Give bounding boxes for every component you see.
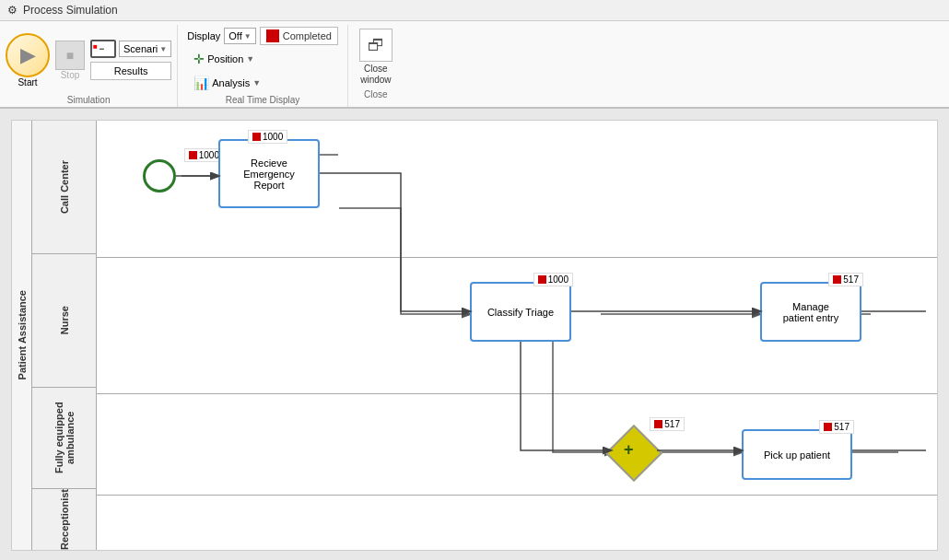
lane-headers: Call Center Nurse Fully equipped ambulan… — [32, 121, 97, 550]
classify-badge-value: 1000 — [548, 274, 568, 285]
start-event-circle — [143, 159, 176, 192]
real-time-display-label: Real Time Display — [187, 95, 338, 105]
close-group: 🗗 Close window Close — [348, 25, 404, 107]
title-bar: ⚙ Process Simulation — [0, 0, 949, 21]
classify-badge-square — [538, 275, 546, 284]
display-label: Display — [187, 30, 220, 41]
manage-badge-square — [833, 275, 841, 284]
nurse-label: Nurse — [59, 306, 70, 334]
call-center-lane-header: Call Center — [32, 121, 96, 254]
process-canvas[interactable]: Patient Assistance Call Center Nurse — [11, 120, 938, 551]
results-button[interactable]: Results — [90, 62, 171, 80]
gateway-badge-square — [654, 420, 662, 428]
start-button[interactable]: ▶ — [6, 33, 50, 77]
nurse-lane-header: Nurse — [32, 254, 96, 388]
cross-icon: ✛ — [193, 52, 205, 66]
start-event-node: 1000 — [143, 159, 176, 192]
stop-button[interactable]: ■ — [55, 41, 85, 70]
stop-label: Stop — [61, 70, 80, 80]
display-row: Display Off Completed — [187, 27, 338, 45]
app-icon: ⚙ — [7, 4, 18, 17]
scenario-results: ■ ━ Scenari Results — [90, 40, 171, 80]
start-badge-square — [189, 151, 197, 159]
manage-badge-value: 517 — [843, 274, 859, 285]
gateway-plus-icon: + — [624, 440, 634, 460]
completed-square-icon — [266, 29, 279, 42]
receive-top-badge-square — [252, 133, 261, 141]
gateway-diamond[interactable] — [605, 425, 662, 482]
stop-button-container: ■ Stop — [55, 41, 85, 80]
app-window: ⚙ Process Simulation ▶ Start ■ Stop — [0, 0, 949, 560]
lanes-container: Call Center Nurse Fully equipped ambulan… — [32, 121, 937, 550]
receive-right-badge — [318, 130, 325, 132]
pickup-badge-value: 517 — [834, 422, 849, 432]
lane-divider-1 — [97, 257, 937, 258]
fully-equipped-lane-header: Fully equipped ambulance — [32, 388, 96, 489]
pickup-badge-square — [824, 423, 832, 431]
receptionist-lane-header: Receptionist — [32, 489, 96, 550]
classify-triage-node[interactable]: Classify Triage 1000 — [470, 282, 571, 342]
manage-patient-entry-label: Managepatient entry — [783, 301, 839, 323]
manage-patient-entry-node[interactable]: Managepatient entry 517 — [760, 282, 861, 342]
lane-divider-2 — [97, 393, 937, 394]
position-button[interactable]: ✛ Position ▼ — [187, 49, 338, 69]
receive-top-badge: 1000 — [248, 130, 287, 144]
app-title: Process Simulation — [23, 4, 118, 17]
position-dropdown-arrow: ▼ — [246, 54, 254, 64]
completed-badge: Completed — [260, 27, 338, 45]
ribbon: ▶ Start ■ Stop ■ — [0, 21, 949, 109]
gateway-container: + 517 — [611, 430, 657, 476]
flow-content: 1000 RecieveEmergencyReport 1000 — [97, 121, 937, 550]
close-window-label: Close window — [360, 64, 391, 86]
completed-label: Completed — [283, 30, 332, 41]
receive-label: RecieveEmergencyReport — [243, 158, 295, 191]
scenario-icon: ■ ━ — [90, 40, 116, 58]
fully-equipped-label: Fully equipped ambulance — [53, 388, 76, 488]
display-dropdown[interactable]: Off — [224, 28, 255, 44]
simulation-group-label: Simulation — [6, 95, 171, 105]
display-controls: Display Off Completed ✛ Position — [187, 27, 338, 93]
start-button-container: ▶ Start — [6, 33, 50, 88]
classify-triage-label: Classify Triage — [487, 307, 554, 318]
bar-chart-icon: 📊 — [193, 76, 209, 90]
receptionist-label: Receptionist — [59, 489, 70, 550]
start-badge-value: 1000 — [199, 150, 219, 160]
manage-badge: 517 — [828, 273, 863, 286]
close-window-button[interactable]: 🗗 — [359, 29, 392, 62]
swimlane-layout: Patient Assistance Call Center Nurse — [12, 121, 937, 550]
receive-top-badge-value: 1000 — [263, 132, 283, 142]
scenario-row: ■ ━ Scenari — [90, 40, 171, 58]
analysis-dropdown-arrow: ▼ — [252, 78, 261, 88]
close-group-label: Close — [364, 89, 388, 99]
analysis-button[interactable]: 📊 Analysis ▼ — [187, 73, 338, 93]
pickup-patient-label: Pick up patient — [764, 449, 830, 461]
classify-badge: 1000 — [533, 273, 573, 286]
pickup-badge: 517 — [819, 420, 854, 434]
call-center-label: Call Center — [59, 160, 70, 214]
simulation-group: ▶ Start ■ Stop ■ — [0, 25, 178, 107]
patient-assistance-label: Patient Assistance — [12, 121, 32, 550]
receive-node[interactable]: RecieveEmergencyReport 1000 — [218, 139, 320, 208]
canvas-container: Patient Assistance Call Center Nurse — [0, 109, 949, 560]
scenario-dropdown[interactable]: Scenari — [119, 41, 171, 57]
gateway-badge-value: 517 — [664, 419, 680, 429]
pickup-patient-node[interactable]: Pick up patient 517 — [742, 429, 852, 480]
gateway-badge: 517 — [650, 417, 685, 431]
lane-divider-3 — [97, 495, 937, 496]
close-icon: 🗗 — [368, 36, 384, 55]
real-time-display-group: Display Off Completed ✛ Position — [178, 25, 348, 107]
start-label: Start — [18, 77, 37, 88]
